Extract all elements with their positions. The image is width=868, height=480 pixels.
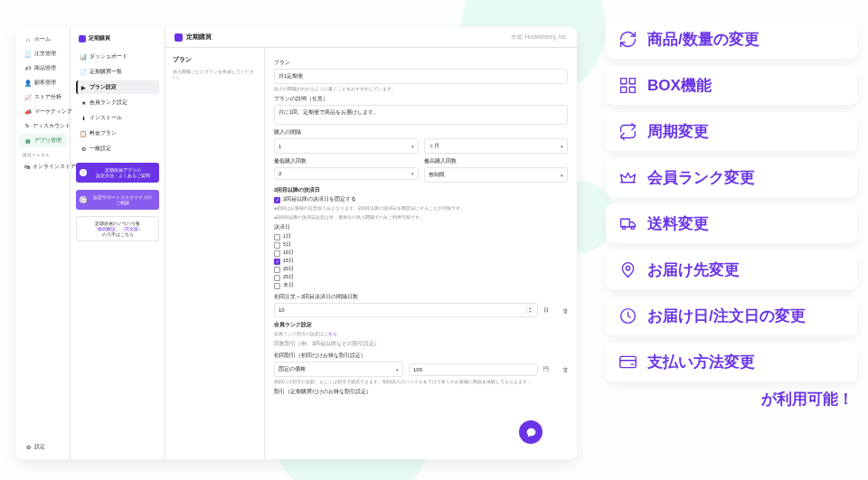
play-icon: ▶ [80, 84, 87, 91]
pnav-item-products[interactable]: 🏷商品管理 [19, 61, 67, 75]
snav-item-plans[interactable]: ▶プラン設定 [76, 80, 159, 94]
snav-item-dashboard[interactable]: 📊ダッシュボード [76, 50, 159, 63]
svg-rect-0 [621, 79, 627, 84]
secondary-nav: 定期購買 📊ダッシュボード 📄定期購買一覧 ▶プラン設定 ★会員ランク設定 ⬇イ… [71, 27, 165, 459]
promo-note[interactable]: 定期購買のノウハウ集 「徹底解説」（完全版） の入手はこちら [76, 216, 159, 241]
promo-text: 定期購買アプリの 設定方法・よくあるご質問 [90, 167, 156, 178]
analytics-icon: 📈 [24, 94, 32, 101]
trash-icon[interactable]: 🗑 [562, 307, 568, 314]
pnav-item-apps[interactable]: ▦アプリ管理 [19, 134, 67, 147]
pnav-label: 商品管理 [34, 64, 56, 72]
snav-label: 会員ランク設定 [90, 99, 127, 107]
checkbox-icon: ✓ [274, 197, 280, 203]
checkbox-icon [274, 267, 280, 273]
feature-shipping: 送料変更 [606, 204, 857, 243]
interval-unit-select[interactable]: ヶ月▾ [424, 138, 569, 154]
snav-label: 一般設定 [90, 145, 111, 153]
pnav-item-analytics[interactable]: 📈ストア分析 [19, 90, 67, 104]
feature-address: お届け先変更 [606, 250, 857, 289]
bill-note1: ●初回はお客様の任意購入日となります。2回目以降の決済日を固定日にすることが可能… [274, 205, 568, 211]
chat-icon: 💬 [80, 196, 87, 203]
snav-item-ranks[interactable]: ★会員ランク設定 [76, 96, 159, 109]
max-label: 最高購入回数 [424, 157, 569, 165]
price-type-select[interactable]: 固定の価格▾ [274, 362, 403, 377]
price-value-input[interactable]: 100 [409, 363, 538, 376]
min-label: 最低購入回数 [274, 157, 419, 165]
max-select[interactable]: 無制限▾ [424, 167, 569, 183]
interval-number-select[interactable]: 1▾ [274, 138, 419, 154]
snav-item-pricing[interactable]: 📋料金プラン [76, 127, 159, 140]
pnav-label: ホーム [34, 35, 51, 43]
desc-label: プランの説明（任意） [274, 95, 568, 103]
snav-item-subscriptions[interactable]: 📄定期購買一覧 [76, 65, 159, 79]
maker-text: 作成: Huckleberry, Inc. [511, 33, 568, 42]
pnav-item-home[interactable]: ⌂ホーム [19, 33, 67, 46]
customers-icon: 👤 [24, 80, 32, 87]
bill-day-options: 1日5日10日✓15日20日25日末日 [274, 233, 568, 289]
grid-icon [618, 76, 637, 95]
pin-icon [618, 260, 637, 279]
pnav-item-discounts[interactable]: ％ディスカウント [19, 119, 67, 133]
checkbox-icon [274, 283, 280, 289]
pnav-item-customers[interactable]: 👤顧客管理 [19, 76, 67, 89]
promo-text: 設定サポートカスタマイズの ご相談 [90, 194, 156, 205]
feature-label: 支払い方法変更 [647, 352, 755, 372]
stepper-icon[interactable]: ▲▼ [526, 306, 533, 314]
plan-label: プラン [274, 59, 568, 67]
loop-icon [618, 122, 637, 141]
bill-day-checkbox[interactable]: ✓15日 [274, 258, 568, 265]
pnav-item-orders[interactable]: 🧾注文管理 [19, 47, 67, 61]
pnav-label: 顧客管理 [34, 79, 56, 87]
snav-label: プラン設定 [90, 83, 117, 91]
pnav-item-marketing[interactable]: 📣マーケティング [19, 105, 67, 118]
svg-rect-6 [620, 356, 637, 367]
feature-rank: 会員ランク変更 [606, 158, 857, 197]
promo-faq[interactable]: !定期購買アプリの 設定方法・よくあるご質問 [76, 163, 159, 183]
feature-label: 会員ランク変更 [647, 167, 755, 188]
pnav-item-online-store[interactable]: 🛍オンラインストア👁 [19, 160, 67, 174]
svg-point-4 [626, 267, 629, 270]
plan-desc-input[interactable]: 月に1回、定期便で商品をお届けします。 [274, 105, 568, 125]
app-name: 定期購買 [76, 33, 159, 48]
rank-help-prefix: 会員ランク割引の設定は [274, 331, 324, 336]
checkbox-icon: ✓ [274, 259, 280, 265]
plan-name-input[interactable]: 月1定期便 [274, 69, 568, 84]
bill-day-checkbox[interactable]: 1日 [274, 233, 568, 240]
discount-icon: ％ [24, 122, 30, 130]
app-window: ⌂ホーム 🧾注文管理 🏷商品管理 👤顧客管理 📈ストア分析 📣マーケティング ％… [16, 27, 577, 459]
bill-fix-checkbox[interactable]: ✓2回目以降の決済日を固定する [274, 196, 568, 203]
unit-label: 日 [543, 306, 552, 315]
bill-day-label: 1日 [283, 233, 291, 240]
snav-item-settings[interactable]: ⚙一般設定 [76, 142, 159, 155]
snav-label: インストール [90, 114, 122, 122]
pnav-label: マーケティング [34, 108, 72, 116]
marketing-icon: 📣 [24, 108, 32, 116]
note-sub: の入手はこちら [80, 231, 155, 237]
snav-label: 定期購買一覧 [90, 68, 122, 76]
bill-day-label: 5日 [283, 241, 291, 249]
bill-day-checkbox[interactable]: 末日 [274, 282, 568, 289]
card-icon [618, 353, 637, 372]
gap-number-input[interactable]: 10▲▼ [274, 303, 538, 317]
bill-day-checkbox[interactable]: 10日 [274, 249, 568, 257]
promo-support[interactable]: 💬設定サポートカスタマイズの ご相談 [76, 190, 159, 210]
bill-day-checkbox[interactable]: 5日 [274, 241, 568, 249]
min-select[interactable]: 2▾ [274, 167, 419, 180]
rank-help-link[interactable]: こちら [324, 331, 337, 336]
store-icon: 🛍 [24, 164, 30, 170]
bill-day-checkbox[interactable]: 25日 [274, 274, 568, 281]
chat-bubble-icon[interactable] [519, 420, 542, 444]
svg-rect-3 [629, 87, 635, 92]
bill-day-label: 10日 [283, 249, 294, 257]
feature-label: BOX機能 [647, 75, 712, 96]
pnav-label: 設定 [34, 443, 45, 451]
bill-day-checkbox[interactable]: 20日 [274, 266, 568, 273]
pnav-item-settings[interactable]: ⚙設定 [19, 440, 67, 454]
pnav-label: ストア分析 [34, 93, 61, 101]
checkbox-icon [274, 250, 280, 257]
gear-icon: ⚙ [24, 444, 32, 451]
intro-title: プラン [173, 55, 257, 64]
bill-header: 2回目以降の決済日 [274, 186, 568, 194]
trash-icon[interactable]: 🗑 [562, 366, 568, 372]
snav-item-install[interactable]: ⬇インストール [76, 111, 159, 125]
